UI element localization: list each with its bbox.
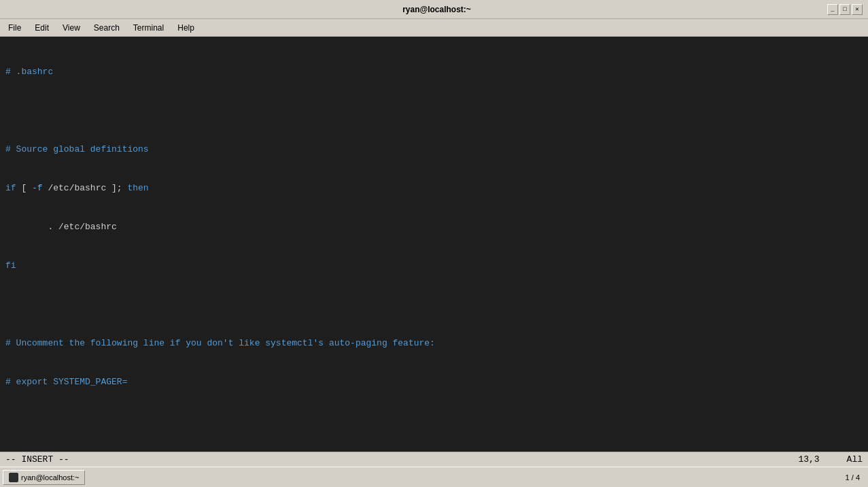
status-bar: -- INSERT -- 13,3 All [0,452,868,467]
editor-area[interactable]: # .bashrc # Source global definitions if… [0,37,868,452]
minimize-button[interactable]: _ [827,4,838,15]
line-8: # Uncomment the following line if you do… [5,337,863,350]
scroll-position: All [847,454,863,465]
line-9: # export SYSTEMD_PAGER= [5,375,863,388]
vim-mode: -- INSERT -- [5,454,69,465]
taskbar-terminal-item[interactable]: ryan@localhost:~ [3,470,85,485]
maximize-button[interactable]: □ [839,4,850,15]
menu-file[interactable]: File [3,22,27,34]
line-4: if [ -f /etc/bashrc ]; then [5,182,863,195]
editor-content: # .bashrc # Source global definitions if… [0,39,868,452]
line-2 [5,104,863,117]
menu-search[interactable]: Search [88,22,125,34]
line-7 [5,298,863,311]
close-button[interactable]: ✕ [852,4,863,15]
taskbar-item-label: ryan@localhost:~ [21,473,79,482]
line-10 [5,414,863,427]
window-title: ryan@localhost:~ [46,5,827,14]
cursor-position: 13,3 [798,454,819,465]
taskbar-clock: 1 / 4 [840,473,865,482]
menu-terminal[interactable]: Terminal [128,22,169,34]
title-bar: ryan@localhost:~ _ □ ✕ [0,0,868,19]
menu-view[interactable]: View [57,22,86,34]
menu-edit[interactable]: Edit [29,22,54,34]
line-3: # Source global definitions [5,143,863,156]
line-6: fi [5,259,863,272]
terminal-icon [9,473,18,482]
taskbar: ryan@localhost:~ 1 / 4 [0,467,868,487]
line-1: # .bashrc [5,65,863,78]
menu-help[interactable]: Help [172,22,200,34]
menu-bar: File Edit View Search Terminal Help [0,19,868,37]
line-5: . /etc/bashrc [5,220,863,233]
window-controls: _ □ ✕ [827,4,863,15]
